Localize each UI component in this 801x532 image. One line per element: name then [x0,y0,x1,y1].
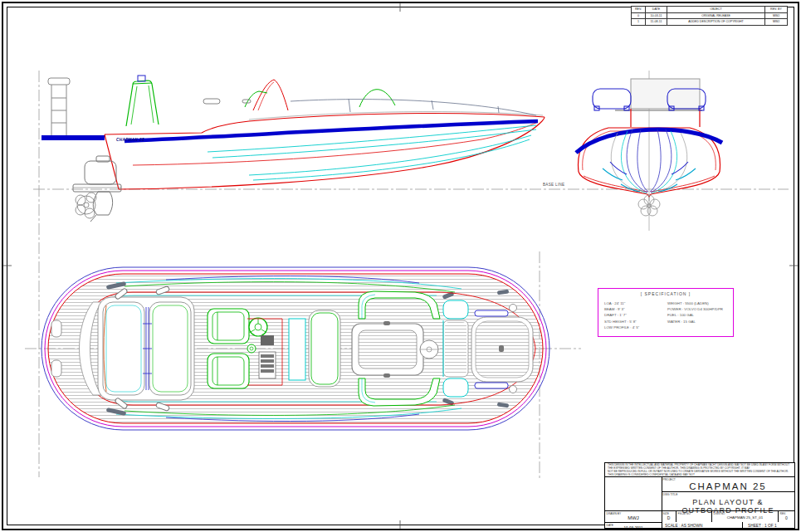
dwg-title-label: DWG TITLE [662,492,794,496]
date-value: 10-03-2011 [605,526,662,530]
date-cell: 11-08-11 [645,19,667,25]
number-band: SIZE D FSCM NO DWG NO CHAPMAN 25_ST_01 R… [662,510,794,522]
stern-sunpads [98,297,194,400]
dwg-no-cell: DWG NO CHAPMAN 25_ST_01 [711,511,778,522]
spec-loa: LOA : 24' 11" [604,300,667,306]
sheet-value: SHEET : 1 OF 1 [743,522,794,528]
swim-platform [42,135,105,140]
specification-title: [ SPECIFICATION ] [598,291,733,296]
bow-rail-plan [475,310,508,316]
size-value: D [662,515,676,520]
specification-right-column: WEIGHT : 5500 (LADEN) POWER : VOLVO D4 3… [667,300,730,330]
cockpit-table [352,321,423,378]
rev-by-header: REV. BY [764,7,787,12]
deck-cleat [242,100,251,103]
spec-water: WATER : 15 GAL [667,319,730,325]
hull-name-label: CHAPMAN 25 [116,138,144,142]
bow-hatch [443,300,468,319]
revision-row: 1 11-08-11 ADDED DESCRIPTION OF COPYRIGH… [632,18,787,25]
bow-rail-plan [475,383,508,388]
windshield-profile [253,80,288,110]
steering-wheel [249,318,267,336]
date-cell: DATE 10-03-2011 [605,522,662,530]
fscm-label: FSCM NO [676,511,711,515]
size-cell: SIZE D [662,511,676,522]
rev-cell: 1 [632,19,645,25]
dwg-no-value: CHAPMAN 25_ST_01 [712,515,778,520]
rev-by-cell: MWJ [764,19,787,25]
revision-table: REV. DATE OBJECT REV. BY 0 10-03-11 ORIG… [631,6,788,26]
object-header: OBJECT [667,7,764,12]
walkthrough-hatch [289,319,305,380]
rev-value: 0 [779,515,794,520]
proprietary-notice: THIS DESIGN IS THE INTELLECTUAL AND MATE… [605,463,794,477]
spec-weight: WEIGHT : 5500 (LADEN) [667,300,730,306]
tower-arch [126,81,159,126]
sheet-cell: SHEET : 1 OF 1 [742,522,794,530]
bow-hatch [443,378,468,397]
rev-cell: 0 [632,13,645,19]
spec-beam: BEAM : 9' 3" [604,306,667,312]
fscm-cell: FSCM NO [676,511,711,522]
scale-value: SCALE : AS SHOWN [662,522,742,528]
deck-handle [203,99,220,104]
scale-sheet-band: SCALE : AS SHOWN SHEET : 1 OF 1 [662,522,794,530]
revision-row: 0 10-03-11 ORIGINAL RELEASE MWJ [632,12,787,19]
transom-handle [51,320,61,337]
object-cell: ADDED DESCRIPTION OF COPYRIGHT [667,19,764,25]
drawn-by-cell: DRAWN BY MWJ [605,510,662,521]
forward-step-pad [443,320,468,377]
specification-box: [ SPECIFICATION ] LOA : 24' 11" BEAM : 9… [598,288,734,337]
date-header: DATE [645,7,667,12]
rev-by-cell: MWJ [764,13,787,19]
plan-view [42,267,549,430]
date-cell: 10-03-11 [645,13,667,19]
spec-draft: DRAFT : 1' 7" [604,312,667,318]
base-line-label: BASE LINE [543,183,564,187]
spec-std-height: STD HEIGHT : 5' 8" [604,319,667,325]
profile-view [42,76,545,222]
throttle-control [247,344,256,353]
companion-lounge [309,310,340,387]
title-block: THIS DESIGN IS THE INTELLECTUAL AND MATE… [604,462,795,529]
table-pedestal [420,340,438,359]
rev-cell-block: REV. 0 [778,511,794,522]
transom-handle [51,360,61,377]
drawing-sheet: REV. DATE OBJECT REV. BY 0 10-03-11 ORIG… [0,0,801,532]
console-top [631,79,700,109]
bow-fitting [510,386,517,393]
stern-ladder [48,78,70,135]
bow-fitting [510,305,517,312]
object-cell: ORIGINAL RELEASE [667,13,764,19]
spec-fuel: FUEL : 100 GAL [667,312,730,318]
forward-sunpad [471,317,533,382]
revision-table-header: REV. DATE OBJECT REV. BY [632,7,787,12]
drawing-title-cell: DWG TITLE PLAN LAYOUT & OUTBOARD PROFILE [662,492,794,510]
project-name: CHAPMAN 25 [662,481,794,491]
scale-cell: SCALE : AS SHOWN [662,522,742,530]
drawing-title-line1: PLAN LAYOUT & [662,498,794,507]
boat-line-drawing [0,0,801,532]
spec-low-profile: LOW PROFILE : 4' 5" [604,325,667,330]
drawn-by-value: MWJ [605,515,662,520]
grab-rail-profile [245,90,395,107]
specification-left-column: LOA : 24' 11" BEAM : 9' 3" DRAFT : 1' 7"… [604,300,667,330]
spec-power: POWER : VOLVO D4 300HP/DPR [667,306,730,312]
project-cell: PROJECT CHAPMAN 25 [662,477,794,492]
rev-header: REV. [632,7,645,12]
